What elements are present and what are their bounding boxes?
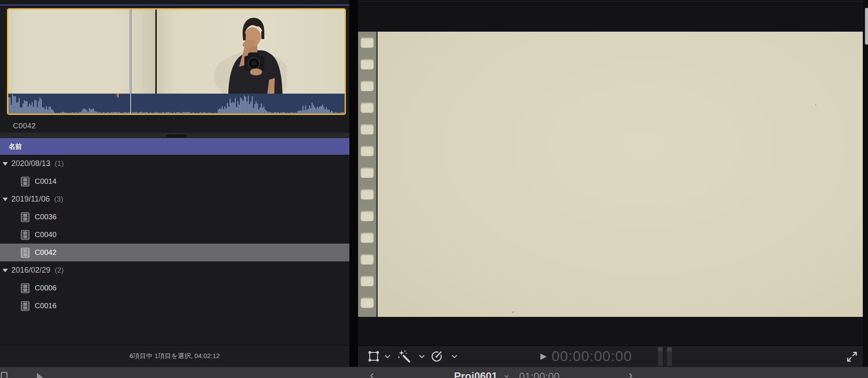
clip-filmstrip-preview[interactable] bbox=[7, 8, 346, 115]
retime-chevron-down-icon[interactable] bbox=[451, 355, 457, 359]
filmstrip-icon bbox=[21, 283, 30, 293]
sprocket-hole bbox=[361, 37, 374, 48]
sprocket-hole bbox=[361, 81, 374, 91]
transform-tool-button[interactable] bbox=[367, 350, 380, 362]
enhancements-wand-button[interactable] bbox=[397, 349, 412, 365]
person-with-camera-image bbox=[209, 10, 287, 94]
film-dust-speck bbox=[815, 104, 816, 105]
timeline-header-strip: ‹ Proj0601 ⌄ 01:00:00 › bbox=[0, 367, 868, 378]
browser-panel: C0042 名前 2020/08/13 (1) C0014 bbox=[0, 0, 349, 367]
group-row-2019-11-06[interactable]: 2019/11/06 (3) bbox=[0, 190, 349, 208]
timeline-index-button[interactable] bbox=[1, 372, 7, 378]
group-date-label: 2019/11/06 bbox=[11, 195, 50, 204]
column-header-label: 名前 bbox=[9, 143, 22, 151]
clip-row-c0036[interactable]: C0036 bbox=[0, 208, 349, 226]
clip-preview-label: C0042 bbox=[13, 122, 36, 130]
sprocket-hole bbox=[361, 189, 374, 199]
panel-divider[interactable] bbox=[349, 0, 358, 367]
timeline-timecode: 01:00:00 bbox=[519, 371, 559, 378]
clip-name-label: C0006 bbox=[35, 284, 56, 293]
clip-list: 2020/08/13 (1) C0014 2019/11/06 (3) bbox=[0, 155, 349, 315]
group-count-label: (1) bbox=[55, 160, 64, 168]
timeline-project-name[interactable]: Proj0601 bbox=[454, 370, 497, 378]
audio-peak-marker-yellow bbox=[118, 94, 118, 98]
group-date-label: 2016/02/29 bbox=[11, 266, 50, 275]
group-row-2016-02-29[interactable]: 2016/02/29 (2) bbox=[0, 261, 349, 279]
viewer-top-seam bbox=[358, 1, 863, 2]
timeline-back-chevron[interactable]: ‹ bbox=[370, 368, 374, 378]
sprocket-hole bbox=[361, 124, 374, 134]
mouse-cursor bbox=[36, 373, 45, 378]
clip-name-label: C0042 bbox=[35, 248, 56, 257]
viewer-timecode-display[interactable]: 00:00:00:00 bbox=[552, 348, 632, 365]
sprocket-hole bbox=[361, 102, 374, 113]
sprocket-hole bbox=[361, 232, 374, 243]
filmstrip-icon bbox=[21, 301, 30, 311]
play-button[interactable]: ▶ bbox=[540, 352, 547, 361]
clip-name-label: C0014 bbox=[35, 177, 56, 186]
audio-peak-marker-red bbox=[116, 94, 117, 97]
project-chevron-down-icon[interactable]: ⌄ bbox=[503, 369, 510, 378]
browser-top-strip bbox=[0, 0, 349, 4]
disclosure-triangle-icon[interactable] bbox=[3, 162, 8, 166]
browser-accent-line bbox=[0, 4, 349, 6]
group-count-label: (3) bbox=[54, 195, 63, 204]
sprocket-hole bbox=[361, 146, 374, 156]
filmstrip-icon bbox=[21, 176, 30, 187]
clip-frame-2 bbox=[157, 10, 345, 94]
enhancements-chevron-down-icon[interactable] bbox=[419, 355, 425, 359]
clip-row-c0014[interactable]: C0014 bbox=[0, 173, 349, 190]
viewer-toolbar: ▶ 00:00:00:00 bbox=[358, 345, 863, 367]
clip-name-label: C0016 bbox=[35, 302, 56, 310]
expand-fullscreen-button[interactable] bbox=[846, 351, 858, 363]
group-row-2020-08-13[interactable]: 2020/08/13 (1) bbox=[0, 155, 349, 173]
disclosure-triangle-icon[interactable] bbox=[3, 198, 8, 201]
sprocket-hole bbox=[361, 59, 374, 69]
browser-status-bar: 6項目中 1項目を選択, 04:02:12 bbox=[0, 345, 349, 367]
list-column-header-name[interactable]: 名前 bbox=[0, 138, 349, 155]
vertical-scrollbar[interactable] bbox=[865, 8, 868, 45]
clip-name-label: C0036 bbox=[35, 213, 56, 222]
transform-chevron-down-icon[interactable] bbox=[385, 355, 391, 359]
clip-row-c0042-selected[interactable]: C0042 bbox=[0, 244, 349, 261]
sprocket-hole bbox=[361, 167, 374, 178]
film-dust-speck bbox=[512, 311, 514, 313]
disclosure-triangle-icon[interactable] bbox=[3, 269, 8, 272]
clip-row-c0016[interactable]: C0016 bbox=[0, 297, 349, 315]
selection-status-text: 6項目中 1項目を選択, 04:02:12 bbox=[130, 352, 220, 360]
retime-speedometer-button[interactable] bbox=[429, 349, 444, 363]
viewer-video-frame bbox=[358, 32, 863, 317]
filmstrip-icon bbox=[21, 230, 30, 240]
viewer-panel: ▶ 00:00:00:00 bbox=[358, 0, 863, 367]
group-date-label: 2020/08/13 bbox=[11, 159, 50, 168]
audio-meter-right[interactable] bbox=[667, 347, 672, 366]
sprocket-hole bbox=[361, 276, 374, 286]
window-right-edge bbox=[863, 0, 868, 378]
filmstrip-icon bbox=[21, 248, 30, 258]
audio-waveform bbox=[8, 94, 345, 114]
clip-thumbnails bbox=[8, 10, 345, 94]
sprocket-hole bbox=[361, 297, 374, 308]
film-sprocket-strip-image bbox=[358, 32, 377, 317]
video-canvas bbox=[378, 32, 863, 317]
clip-name-label: C0040 bbox=[35, 231, 56, 239]
group-count-label: (2) bbox=[55, 266, 64, 275]
clip-row-c0040[interactable]: C0040 bbox=[0, 226, 349, 244]
sprocket-hole bbox=[361, 254, 374, 264]
filmstrip-icon bbox=[21, 212, 30, 222]
splitter-drag-handle[interactable] bbox=[166, 134, 187, 137]
clip-row-c0006[interactable]: C0006 bbox=[0, 279, 349, 297]
timeline-forward-chevron[interactable]: › bbox=[628, 368, 633, 378]
clip-frame-1 bbox=[8, 10, 155, 94]
skimmer-playhead bbox=[130, 10, 131, 114]
audio-meter-left[interactable] bbox=[658, 347, 663, 366]
sprocket-hole bbox=[361, 211, 374, 221]
